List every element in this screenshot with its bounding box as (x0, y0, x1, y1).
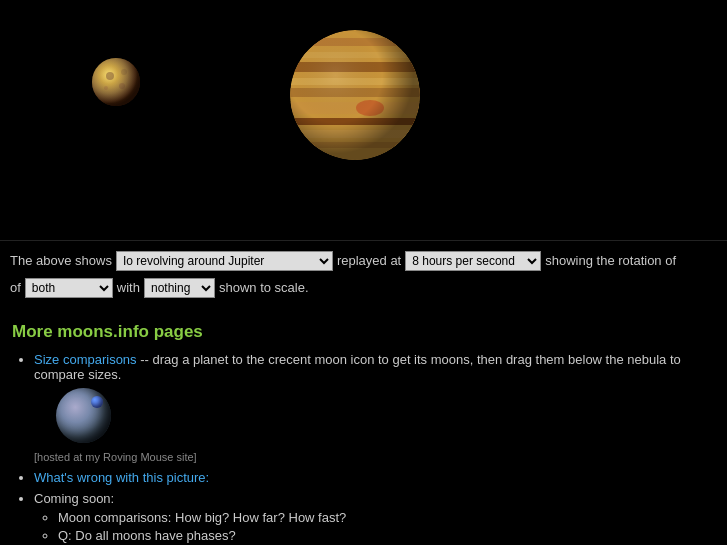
list-item-size: Size comparisons -- drag a planet to the… (34, 352, 715, 464)
speed-select[interactable]: 1 hour per second2 hours per second4 hou… (405, 251, 541, 271)
control-row-2: of bothneitherJupiter onlymoon only with… (10, 276, 717, 299)
scale-select[interactable]: nothingsizedistanceboth (144, 278, 215, 298)
moon-image (56, 388, 111, 443)
sub-list: Moon comparisons: How big? How far? How … (58, 510, 715, 545)
jupiter-stripes (290, 30, 420, 160)
io-moon (92, 58, 140, 106)
main-list: Size comparisons -- drag a planet to the… (34, 352, 715, 545)
animation-select[interactable]: Io revolving around JupiterEuropa revolv… (116, 251, 333, 271)
list-item-coming-soon: Coming soon: Moon comparisons: How big? … (34, 491, 715, 545)
controls-area: The above shows Io revolving around Jupi… (0, 240, 727, 312)
hosted-text: [hosted at my Roving Mouse site] (34, 451, 197, 463)
shown-to-scale-text: shown to scale. (219, 276, 309, 299)
size-comparisons-link[interactable]: Size comparisons (34, 352, 137, 367)
more-pages-title: More moons.info pages (12, 322, 715, 342)
control-row-1: The above shows Io revolving around Jupi… (10, 249, 717, 272)
showing-rotation-text: showing the rotation of (545, 249, 676, 272)
prefix-text: The above shows (10, 249, 112, 272)
info-area: More moons.info pages Size comparisons -… (0, 312, 727, 545)
coming-soon-label: Coming soon: (34, 491, 114, 506)
with-text: with (117, 276, 140, 299)
list-item-wrong: What's wrong with this picture: (34, 470, 715, 485)
moon-overlay-dot (91, 396, 103, 408)
svg-point-20 (92, 58, 140, 106)
rotation-select[interactable]: bothneitherJupiter onlymoon only (25, 278, 113, 298)
wrong-picture-link[interactable]: What's wrong with this picture: (34, 470, 209, 485)
sub-item-2: Q: Do all moons have phases? (58, 528, 715, 543)
animation-area (0, 0, 727, 240)
replayed-at-text: replayed at (337, 249, 401, 272)
svg-point-13 (290, 30, 420, 160)
moon-image-area (56, 388, 715, 443)
sub-item-1: Moon comparisons: How big? How far? How … (58, 510, 715, 525)
of-text: of (10, 276, 21, 299)
